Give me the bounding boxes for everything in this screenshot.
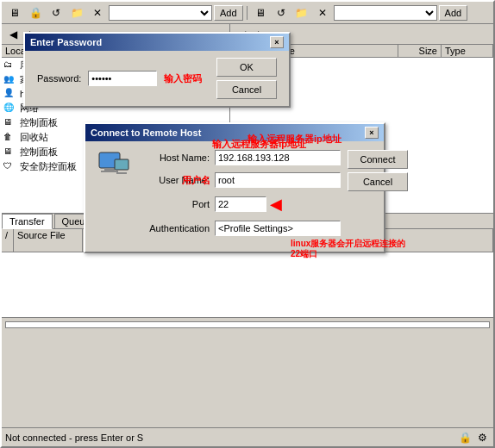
main-window: Enter Password × Password: 输入密码 OK Cance…: [0, 0, 495, 448]
auth-label: Authentication: [137, 223, 215, 233]
password-body: Password: 输入密码: [25, 60, 214, 96]
port-arrow: ◀: [270, 195, 282, 214]
password-dialog-close-btn[interactable]: ×: [270, 36, 284, 48]
transfer-col-slash: /: [2, 229, 14, 252]
host-label: Host Name:: [137, 152, 215, 163]
transfer-list: [2, 252, 493, 317]
host-input[interactable]: [215, 150, 341, 165]
remote-col-type[interactable]: Type: [442, 45, 493, 57]
security-icon: 🛡: [3, 161, 17, 173]
recycle-icon: 🗑: [3, 132, 17, 144]
connect-form: Host Name: User Name: 用户名 Port ◀ Au: [137, 150, 341, 243]
connect-cancel-btn[interactable]: Cancel: [348, 172, 408, 191]
user-icon: 👤: [3, 88, 17, 100]
toolbar-btn-2[interactable]: 🔒: [26, 4, 45, 22]
password-buttons: OK Cancel: [216, 51, 289, 106]
password-dialog-title-text: Enter Password: [30, 37, 102, 47]
toolbar-btn-4[interactable]: 📁: [67, 4, 86, 22]
connect-dialog: Connect to Remote Host × 输入远程服务器ip地址: [84, 122, 385, 253]
status-icon-2[interactable]: ⚙: [474, 431, 490, 445]
connect-dialog-title-text: Connect to Remote Host: [91, 128, 201, 138]
password-cancel-btn[interactable]: Cancel: [216, 80, 277, 99]
connect-btn[interactable]: Connect: [348, 150, 408, 169]
toolbar-btn-5[interactable]: ✕: [88, 4, 107, 22]
folder-icon: 🗂: [3, 59, 17, 72]
connect-close-btn[interactable]: ×: [365, 127, 379, 139]
status-icons: 🔒 ⚙: [457, 431, 490, 445]
remote-col-size[interactable]: Size: [398, 45, 442, 57]
toolbar-combo-left[interactable]: [109, 5, 212, 21]
svg-rect-2: [101, 171, 118, 172]
status-text: Not connected - press Enter or S: [5, 432, 457, 443]
toolbar-sep: [247, 6, 248, 20]
hscroll-area: [2, 317, 493, 331]
port-input[interactable]: [215, 196, 266, 212]
svg-rect-3: [115, 159, 128, 170]
auth-row: Authentication: [137, 221, 341, 236]
toolbar-btn-6[interactable]: 🖥: [251, 4, 270, 22]
toolbar-btn-3[interactable]: ↺: [47, 4, 66, 22]
user-input[interactable]: [215, 172, 341, 188]
svg-rect-1: [104, 168, 115, 171]
controlpanel-icon-2: 🖥: [3, 146, 17, 159]
controlpanel-icon: 🖥: [3, 117, 17, 129]
toolbar-btn-7[interactable]: ↺: [272, 4, 291, 22]
network-icon: 🌐: [3, 103, 17, 115]
password-dialog-title: Enter Password ×: [25, 34, 289, 51]
password-hint: 输入密码: [164, 72, 202, 85]
toolbar-combo-right[interactable]: [334, 5, 437, 21]
transfer-col-source-file[interactable]: Source File: [14, 229, 83, 252]
user-row: User Name: 用户名: [137, 172, 341, 188]
password-dialog: Enter Password × Password: 输入密码 OK Cance…: [23, 32, 291, 108]
auth-input[interactable]: [215, 221, 341, 236]
connect-row: Host Name: User Name: 用户名 Port ◀ Au: [97, 150, 372, 243]
folder-icon-2: 👥: [3, 74, 17, 86]
tab-transfer[interactable]: Transfer: [2, 214, 53, 229]
toolbar-btn-9[interactable]: ✕: [313, 4, 332, 22]
port-row: Port ◀: [137, 195, 341, 214]
toolbar-add-btn-right[interactable]: Add: [439, 5, 468, 21]
connect-dialog-title: Connect to Remote Host ×: [85, 124, 384, 141]
port-label: Port: [137, 199, 215, 209]
password-input[interactable]: [88, 71, 157, 86]
toolbar-btn-8[interactable]: 📁: [292, 4, 311, 22]
status-icon-1[interactable]: 🔒: [457, 431, 473, 445]
toolbar-add-btn-left[interactable]: Add: [214, 5, 243, 21]
svg-rect-4: [116, 172, 127, 174]
network-computer-icon: [97, 150, 130, 184]
main-toolbar: 🖥 🔒 ↺ 📁 ✕ Add 🖥 ↺ 📁 ✕ Add: [2, 2, 493, 24]
status-bar: Not connected - press Enter or S 🔒 ⚙: [2, 427, 493, 446]
password-label: Password:: [37, 73, 81, 84]
host-row: Host Name:: [137, 150, 341, 165]
local-nav-back[interactable]: ◀: [3, 26, 22, 43]
user-label: User Name:: [137, 175, 215, 185]
connect-buttons: Connect Cancel: [348, 150, 408, 191]
hscrollbar[interactable]: [5, 321, 490, 328]
password-ok-btn[interactable]: OK: [216, 58, 277, 77]
toolbar-btn-1[interactable]: 🖥: [5, 4, 24, 22]
connect-dialog-body: 输入远程服务器ip地址 Host Name:: [85, 141, 384, 252]
